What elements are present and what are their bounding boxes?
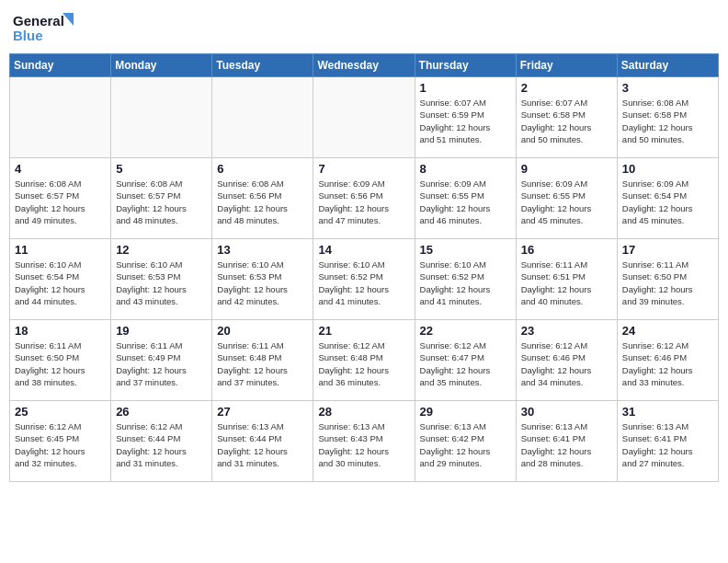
week-row-4: 18Sunrise: 6:11 AM Sunset: 6:50 PM Dayli… — [10, 320, 719, 401]
day-info: Sunrise: 6:12 AM Sunset: 6:47 PM Dayligh… — [420, 339, 511, 388]
day-info: Sunrise: 6:11 AM Sunset: 6:50 PM Dayligh… — [622, 259, 713, 307]
day-info: Sunrise: 6:11 AM Sunset: 6:48 PM Dayligh… — [217, 339, 308, 388]
col-header-friday: Friday — [516, 54, 617, 77]
calendar-cell: 17Sunrise: 6:11 AM Sunset: 6:50 PM Dayli… — [617, 239, 718, 320]
calendar-cell: 12Sunrise: 6:10 AM Sunset: 6:53 PM Dayli… — [111, 239, 212, 320]
calendar-cell: 14Sunrise: 6:10 AM Sunset: 6:52 PM Dayli… — [313, 239, 415, 320]
day-info: Sunrise: 6:09 AM Sunset: 6:56 PM Dayligh… — [318, 178, 409, 226]
day-info: Sunrise: 6:10 AM Sunset: 6:52 PM Dayligh… — [318, 259, 409, 307]
day-number: 14 — [318, 243, 409, 257]
day-number: 18 — [15, 324, 106, 338]
calendar-cell: 19Sunrise: 6:11 AM Sunset: 6:49 PM Dayli… — [111, 320, 212, 401]
calendar-cell: 1Sunrise: 6:07 AM Sunset: 6:59 PM Daylig… — [415, 77, 516, 158]
calendar-cell: 29Sunrise: 6:13 AM Sunset: 6:42 PM Dayli… — [415, 401, 516, 482]
calendar-cell — [212, 77, 313, 158]
day-number: 15 — [420, 243, 511, 257]
calendar-cell — [111, 77, 212, 158]
calendar-cell: 8Sunrise: 6:09 AM Sunset: 6:55 PM Daylig… — [415, 158, 516, 239]
day-info: Sunrise: 6:10 AM Sunset: 6:52 PM Dayligh… — [420, 259, 511, 307]
day-number: 28 — [318, 405, 409, 419]
day-info: Sunrise: 6:08 AM Sunset: 6:57 PM Dayligh… — [116, 178, 207, 226]
day-info: Sunrise: 6:09 AM Sunset: 6:55 PM Dayligh… — [420, 178, 511, 226]
col-header-sunday: Sunday — [10, 54, 111, 77]
day-info: Sunrise: 6:10 AM Sunset: 6:54 PM Dayligh… — [15, 259, 106, 307]
logo: GeneralBlue — [13, 9, 77, 46]
calendar-cell: 23Sunrise: 6:12 AM Sunset: 6:46 PM Dayli… — [516, 320, 617, 401]
calendar-cell: 10Sunrise: 6:09 AM Sunset: 6:54 PM Dayli… — [617, 158, 718, 239]
col-header-saturday: Saturday — [617, 54, 718, 77]
day-info: Sunrise: 6:07 AM Sunset: 6:58 PM Dayligh… — [521, 97, 612, 145]
day-info: Sunrise: 6:13 AM Sunset: 6:42 PM Dayligh… — [420, 420, 511, 469]
calendar-cell: 26Sunrise: 6:12 AM Sunset: 6:44 PM Dayli… — [111, 401, 212, 482]
day-number: 9 — [521, 162, 612, 176]
day-number: 29 — [420, 405, 511, 419]
logo-svg: GeneralBlue — [13, 9, 77, 46]
day-info: Sunrise: 6:08 AM Sunset: 6:58 PM Dayligh… — [622, 97, 713, 145]
day-info: Sunrise: 6:07 AM Sunset: 6:59 PM Dayligh… — [420, 97, 511, 145]
calendar-cell: 27Sunrise: 6:13 AM Sunset: 6:44 PM Dayli… — [212, 401, 313, 482]
col-header-tuesday: Tuesday — [212, 54, 313, 77]
svg-text:Blue: Blue — [13, 28, 43, 43]
col-header-wednesday: Wednesday — [313, 54, 415, 77]
day-number: 2 — [521, 81, 612, 95]
calendar-cell: 31Sunrise: 6:13 AM Sunset: 6:41 PM Dayli… — [617, 401, 718, 482]
calendar-cell: 25Sunrise: 6:12 AM Sunset: 6:45 PM Dayli… — [10, 401, 111, 482]
day-number: 23 — [521, 324, 612, 338]
calendar-cell: 5Sunrise: 6:08 AM Sunset: 6:57 PM Daylig… — [111, 158, 212, 239]
day-info: Sunrise: 6:08 AM Sunset: 6:57 PM Dayligh… — [15, 178, 106, 226]
calendar-cell: 11Sunrise: 6:10 AM Sunset: 6:54 PM Dayli… — [10, 239, 111, 320]
svg-text:General: General — [13, 13, 64, 29]
day-number: 24 — [622, 324, 713, 338]
calendar-cell: 2Sunrise: 6:07 AM Sunset: 6:58 PM Daylig… — [516, 77, 617, 158]
day-info: Sunrise: 6:11 AM Sunset: 6:50 PM Dayligh… — [15, 339, 106, 388]
day-info: Sunrise: 6:12 AM Sunset: 6:45 PM Dayligh… — [15, 420, 106, 469]
day-info: Sunrise: 6:09 AM Sunset: 6:54 PM Dayligh… — [622, 178, 713, 226]
week-row-2: 4Sunrise: 6:08 AM Sunset: 6:57 PM Daylig… — [10, 158, 719, 239]
day-info: Sunrise: 6:11 AM Sunset: 6:49 PM Dayligh… — [116, 339, 207, 388]
day-number: 27 — [217, 405, 308, 419]
calendar-cell: 16Sunrise: 6:11 AM Sunset: 6:51 PM Dayli… — [516, 239, 617, 320]
day-info: Sunrise: 6:10 AM Sunset: 6:53 PM Dayligh… — [217, 259, 308, 307]
day-number: 17 — [622, 243, 713, 257]
calendar-cell: 7Sunrise: 6:09 AM Sunset: 6:56 PM Daylig… — [313, 158, 415, 239]
calendar-cell: 4Sunrise: 6:08 AM Sunset: 6:57 PM Daylig… — [10, 158, 111, 239]
day-info: Sunrise: 6:13 AM Sunset: 6:41 PM Dayligh… — [622, 420, 713, 469]
calendar-cell: 3Sunrise: 6:08 AM Sunset: 6:58 PM Daylig… — [617, 77, 718, 158]
col-header-monday: Monday — [111, 54, 212, 77]
calendar-cell: 6Sunrise: 6:08 AM Sunset: 6:56 PM Daylig… — [212, 158, 313, 239]
day-number: 8 — [420, 162, 511, 176]
day-number: 25 — [15, 405, 106, 419]
day-info: Sunrise: 6:13 AM Sunset: 6:44 PM Dayligh… — [217, 420, 308, 469]
calendar-cell: 20Sunrise: 6:11 AM Sunset: 6:48 PM Dayli… — [212, 320, 313, 401]
day-number: 5 — [116, 162, 207, 176]
day-number: 21 — [318, 324, 409, 338]
calendar-cell: 22Sunrise: 6:12 AM Sunset: 6:47 PM Dayli… — [415, 320, 516, 401]
calendar-cell: 15Sunrise: 6:10 AM Sunset: 6:52 PM Dayli… — [415, 239, 516, 320]
day-info: Sunrise: 6:12 AM Sunset: 6:46 PM Dayligh… — [622, 339, 713, 388]
day-info: Sunrise: 6:12 AM Sunset: 6:46 PM Dayligh… — [521, 339, 612, 388]
day-info: Sunrise: 6:08 AM Sunset: 6:56 PM Dayligh… — [217, 178, 308, 226]
day-info: Sunrise: 6:11 AM Sunset: 6:51 PM Dayligh… — [521, 259, 612, 307]
calendar-cell: 9Sunrise: 6:09 AM Sunset: 6:55 PM Daylig… — [516, 158, 617, 239]
day-number: 31 — [622, 405, 713, 419]
day-info: Sunrise: 6:12 AM Sunset: 6:44 PM Dayligh… — [116, 420, 207, 469]
col-header-thursday: Thursday — [415, 54, 516, 77]
calendar-cell: 21Sunrise: 6:12 AM Sunset: 6:48 PM Dayli… — [313, 320, 415, 401]
day-number: 26 — [116, 405, 207, 419]
day-info: Sunrise: 6:10 AM Sunset: 6:53 PM Dayligh… — [116, 259, 207, 307]
day-number: 30 — [521, 405, 612, 419]
calendar-cell: 30Sunrise: 6:13 AM Sunset: 6:41 PM Dayli… — [516, 401, 617, 482]
calendar-cell — [10, 77, 111, 158]
page-header: GeneralBlue — [9, 9, 719, 46]
calendar-cell — [313, 77, 415, 158]
day-number: 1 — [420, 81, 511, 95]
day-number: 11 — [15, 243, 106, 257]
week-row-1: 1Sunrise: 6:07 AM Sunset: 6:59 PM Daylig… — [10, 77, 719, 158]
calendar-header-row: SundayMondayTuesdayWednesdayThursdayFrid… — [10, 54, 719, 77]
day-info: Sunrise: 6:12 AM Sunset: 6:48 PM Dayligh… — [318, 339, 409, 388]
day-info: Sunrise: 6:13 AM Sunset: 6:43 PM Dayligh… — [318, 420, 409, 469]
calendar-table: SundayMondayTuesdayWednesdayThursdayFrid… — [9, 53, 719, 482]
day-number: 20 — [217, 324, 308, 338]
day-number: 4 — [15, 162, 106, 176]
calendar-cell: 28Sunrise: 6:13 AM Sunset: 6:43 PM Dayli… — [313, 401, 415, 482]
